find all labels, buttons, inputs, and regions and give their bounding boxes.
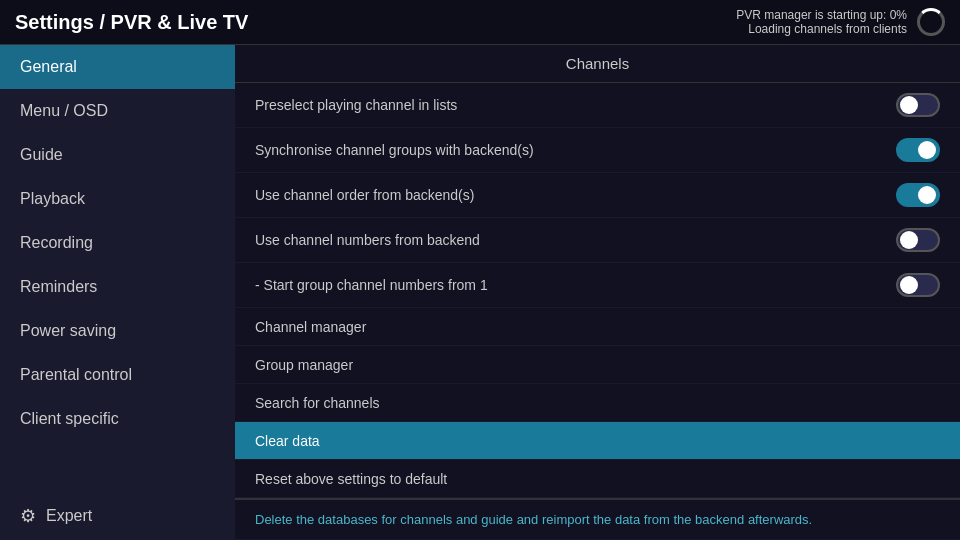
setting-use-channel-order[interactable]: Use channel order from backend(s)	[235, 173, 960, 218]
setting-channel-manager[interactable]: Channel manager	[235, 308, 960, 346]
title-bar: Settings / PVR & Live TV PVR manager is …	[0, 0, 960, 45]
setting-use-channel-numbers[interactable]: Use channel numbers from backend	[235, 218, 960, 263]
toggle-use-channel-numbers[interactable]	[896, 228, 940, 252]
gear-icon: ⚙	[20, 505, 36, 527]
toggle-knob	[918, 141, 936, 159]
sidebar-item-playback[interactable]: Playback	[0, 177, 235, 221]
sidebar: General Menu / OSD Guide Playback Record…	[0, 45, 235, 540]
sidebar-item-reminders[interactable]: Reminders	[0, 265, 235, 309]
setting-search-channels[interactable]: Search for channels	[235, 384, 960, 422]
sidebar-item-client-specific[interactable]: Client specific	[0, 397, 235, 441]
setting-reset-settings[interactable]: Reset above settings to default	[235, 460, 960, 498]
setting-sync-channel-groups[interactable]: Synchronise channel groups with backend(…	[235, 128, 960, 173]
main-layout: General Menu / OSD Guide Playback Record…	[0, 45, 960, 540]
toggle-knob	[900, 231, 918, 249]
sidebar-item-guide[interactable]: Guide	[0, 133, 235, 177]
pvr-status-line1: PVR manager is starting up: 0%	[736, 8, 907, 22]
pvr-status-line2: Loading channels from clients	[736, 22, 907, 36]
toggle-start-group-channel[interactable]	[896, 273, 940, 297]
sidebar-item-recording[interactable]: Recording	[0, 221, 235, 265]
sidebar-item-power-saving[interactable]: Power saving	[0, 309, 235, 353]
pvr-status-text: PVR manager is starting up: 0% Loading c…	[736, 8, 907, 36]
setting-preselect-playing[interactable]: Preselect playing channel in lists	[235, 83, 960, 128]
toggle-knob	[900, 96, 918, 114]
content-area: Channels Preselect playing channel in li…	[235, 45, 960, 540]
setting-clear-data[interactable]: Clear data	[235, 422, 960, 460]
page-title: Settings / PVR & Live TV	[15, 11, 248, 34]
sidebar-item-menu-osd[interactable]: Menu / OSD	[0, 89, 235, 133]
pvr-spinner-icon	[917, 8, 945, 36]
setting-group-manager[interactable]: Group manager	[235, 346, 960, 384]
setting-start-group-channel[interactable]: - Start group channel numbers from 1	[235, 263, 960, 308]
section-header: Channels	[235, 45, 960, 83]
pvr-status: PVR manager is starting up: 0% Loading c…	[736, 8, 945, 36]
toggle-use-channel-order[interactable]	[896, 183, 940, 207]
info-text-row: Delete the databases for channels and gu…	[235, 498, 960, 540]
toggle-knob	[918, 186, 936, 204]
sidebar-item-general[interactable]: General	[0, 45, 235, 89]
toggle-knob	[900, 276, 918, 294]
toggle-sync-channel-groups[interactable]	[896, 138, 940, 162]
sidebar-item-parental-control[interactable]: Parental control	[0, 353, 235, 397]
cursor-icon	[930, 433, 940, 449]
sidebar-item-expert[interactable]: ⚙ Expert	[0, 492, 235, 540]
toggle-preselect-playing[interactable]	[896, 93, 940, 117]
